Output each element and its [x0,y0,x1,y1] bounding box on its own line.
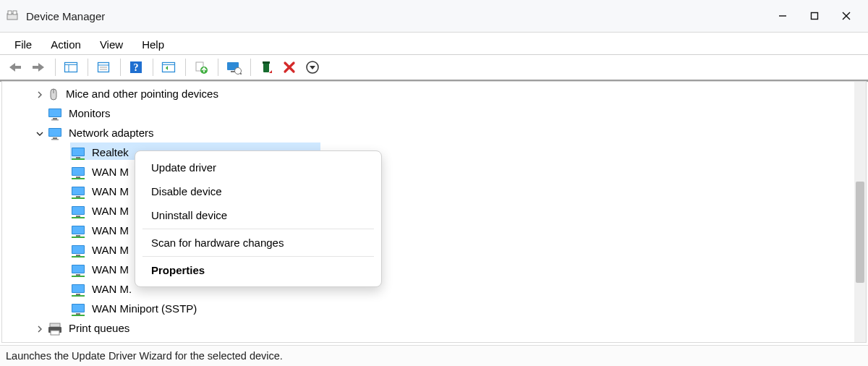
svg-rect-52 [72,197,85,199]
vertical-scrollbar[interactable] [854,82,866,342]
tree-item[interactable]: WAN M [2,221,866,241]
scroll-thumb[interactable] [856,182,864,283]
svg-rect-44 [72,158,85,160]
svg-rect-34 [49,109,61,116]
tree-item-label: WAN M [92,166,129,179]
tree-item-label: Print queues [69,323,129,335]
svg-rect-72 [72,295,85,297]
statusbar: Launches the Update Driver Wizard for th… [0,345,868,366]
context-menu-item[interactable]: Disable device [135,179,381,203]
tree-item-label: Realtek [92,147,129,159]
svg-text:?: ? [134,62,139,73]
net-icon [70,263,86,278]
svg-rect-55 [76,216,80,217]
svg-rect-46 [72,168,84,175]
svg-rect-27 [263,61,270,64]
svg-rect-47 [76,176,80,178]
context-menu-item[interactable]: Scan for hardware changes [135,231,381,255]
menu-view[interactable]: View [94,37,129,52]
svg-rect-40 [51,139,59,140]
svg-rect-62 [72,246,84,253]
update-driver-button[interactable] [190,57,212,77]
toolbar-separator [153,59,153,76]
svg-rect-59 [76,235,80,237]
tree-item[interactable]: Network adapters [2,124,866,143]
tree-item[interactable]: Mice and other pointing devices [2,85,866,104]
svg-rect-74 [72,305,84,312]
scan-hardware-button[interactable] [223,57,244,77]
tree-item[interactable]: WAN M [2,182,866,202]
menu-action[interactable]: Action [45,37,87,52]
chevron-right-icon[interactable] [35,325,44,333]
printer-icon [47,322,63,336]
maximize-button[interactable] [799,0,830,32]
context-menu-item[interactable]: Uninstall device [135,203,381,227]
svg-rect-54 [72,207,84,214]
toolbar-separator [250,59,251,76]
toolbar-separator [88,59,88,76]
tree-item-label: Monitors [69,108,111,120]
tree-item[interactable]: WAN M [2,202,866,221]
tree-item[interactable]: WAN M [2,163,866,182]
tree-item-label: WAN M [92,264,129,276]
tree-item[interactable]: Print queues [2,319,866,339]
toolbar: ? [0,54,868,82]
properties-button[interactable] [93,57,114,77]
disable-device-button[interactable] [278,57,300,77]
menu-file[interactable]: File [9,37,38,52]
device-tree[interactable]: Mice and other pointing devicesMonitorsN… [2,82,866,339]
svg-rect-43 [76,157,80,158]
svg-rect-42 [72,148,84,156]
uninstall-device-button[interactable] [255,57,277,77]
expander-spacer [59,169,67,177]
net-icon [70,146,86,161]
svg-rect-9 [65,63,77,72]
svg-rect-63 [76,255,80,256]
svg-rect-76 [72,315,85,316]
toolbar-separator [120,59,121,76]
monitor-icon [47,107,63,122]
net-icon [70,166,86,180]
minimize-button[interactable] [767,0,799,32]
close-button[interactable] [830,0,862,32]
tree-item[interactable]: WAN M [2,260,866,280]
svg-rect-8 [33,66,39,69]
svg-rect-75 [76,313,80,315]
tree-item[interactable]: WAN M [2,241,866,260]
tree-item-label: WAN M. [92,284,132,296]
context-menu-item[interactable]: Update driver [135,156,381,179]
svg-rect-7 [14,66,21,69]
expander-spacer [59,208,67,216]
monitor-icon [47,127,63,141]
show-hidden-devices-button[interactable] [158,57,179,77]
tree-item-label: WAN Miniport (SSTP) [92,303,197,315]
back-button[interactable] [4,57,26,77]
tree-item-label: WAN M [92,244,129,257]
context-menu-item[interactable]: Properties [135,258,381,282]
help-button[interactable]: ? [125,57,147,77]
expander-spacer [59,266,67,275]
net-icon [70,244,86,258]
expander-spacer [59,149,67,158]
menu-help[interactable]: Help [136,37,170,52]
tree-item-label: Network adapters [69,127,154,140]
expander-spacer [59,305,67,314]
svg-rect-56 [72,217,85,218]
svg-rect-64 [72,256,85,258]
context-menu-separator [142,229,374,229]
chevron-down-icon[interactable] [35,129,44,138]
svg-line-25 [240,73,242,75]
forward-button[interactable] [27,57,49,77]
device-tree-container: Mice and other pointing devicesMonitorsN… [1,81,867,343]
tree-item-label: Mice and other pointing devices [66,88,218,101]
chevron-right-icon[interactable] [35,90,44,99]
tree-item[interactable]: WAN M. [2,280,866,299]
action-dropdown-button[interactable] [302,57,323,77]
tree-item[interactable]: WAN Miniport (SSTP) [2,299,866,319]
svg-rect-39 [53,137,57,139]
show-hide-console-tree-button[interactable] [60,57,82,77]
svg-rect-70 [72,285,84,292]
device-manager-icon [6,9,19,22]
tree-item[interactable]: Monitors [2,104,866,124]
tree-item-label: WAN M [92,186,129,198]
